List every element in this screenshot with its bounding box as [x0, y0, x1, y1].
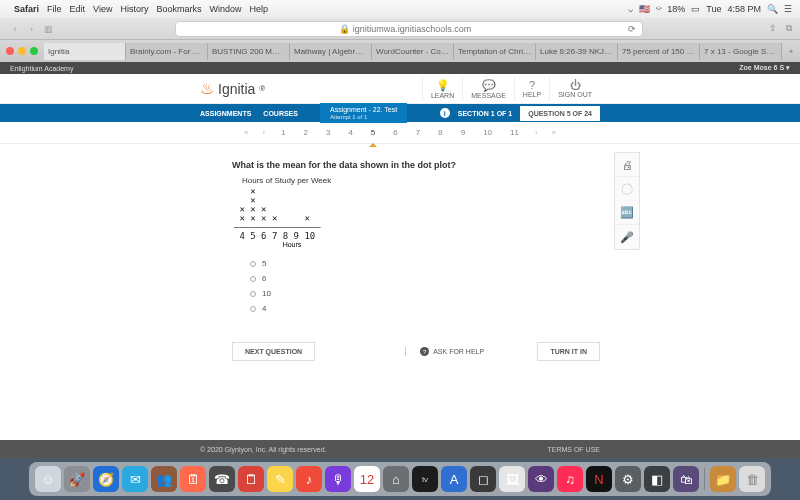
question-number[interactable]: 11 — [508, 124, 521, 141]
nav-prev-icon[interactable]: ‹ — [262, 128, 265, 137]
dock-app[interactable]: 🛍 — [673, 466, 699, 492]
forward-button[interactable]: › — [25, 24, 39, 34]
dock-app[interactable]: N — [586, 466, 612, 492]
dock-app[interactable]: 🗒 — [238, 466, 264, 492]
nav-assignments[interactable]: ASSIGNMENTS — [200, 110, 251, 117]
new-tab-button[interactable]: + — [782, 47, 800, 56]
browser-tab[interactable]: Luke 8:26-39 NKJV -… — [536, 43, 618, 60]
ask-help-button[interactable]: ? ASK FOR HELP — [405, 347, 484, 356]
wifi-icon[interactable]: ⌔ — [656, 4, 661, 14]
dock-app[interactable]: A — [441, 466, 467, 492]
browser-tab[interactable]: 7 x 13 - Google Search — [700, 43, 782, 60]
dock-app[interactable]: ☺ — [35, 466, 61, 492]
clock-time[interactable]: 4:58 PM — [727, 4, 761, 14]
zoom-window-icon[interactable] — [30, 47, 38, 55]
browser-tab[interactable]: WordCounter - Count… — [372, 43, 454, 60]
header-help-button[interactable]: ?HELP — [514, 77, 549, 101]
question-number[interactable]: 10 — [481, 124, 494, 141]
header-message-button[interactable]: 💬MESSAGE — [462, 77, 514, 101]
question-number[interactable]: 3 — [324, 124, 332, 141]
minimize-window-icon[interactable] — [18, 47, 26, 55]
mac-menu-item[interactable]: Help — [249, 4, 268, 14]
question-number[interactable]: 6 — [391, 124, 399, 141]
share-icon[interactable]: ⇪ — [769, 23, 777, 33]
answer-option[interactable]: 4 — [250, 301, 582, 316]
clock-day[interactable]: Tue — [706, 4, 721, 14]
mac-menu-item[interactable]: Bookmarks — [156, 4, 201, 14]
nav-courses[interactable]: COURSES — [263, 110, 298, 117]
answer-option[interactable]: 5 — [250, 256, 582, 271]
dock-app[interactable]: tv — [412, 466, 438, 492]
nav-next-icon[interactable]: › — [535, 128, 538, 137]
header-sign-out-button[interactable]: ⏻SIGN OUT — [549, 77, 600, 101]
address-bar[interactable]: 🔒 ignitiumwa.ignitiaschools.com ⟳ — [175, 21, 643, 37]
nav-last-icon[interactable]: » — [552, 128, 556, 137]
dock-app[interactable]: ⚙ — [615, 466, 641, 492]
question-number[interactable]: 4 — [346, 124, 354, 141]
question-number[interactable]: 7 — [414, 124, 422, 141]
sidebar-button[interactable]: ▥ — [41, 24, 55, 34]
print-icon[interactable]: 🖨 — [615, 153, 639, 177]
dock-app[interactable]: 🚀 — [64, 466, 90, 492]
browser-tab[interactable]: Brainly.com - For stud… — [126, 43, 208, 60]
search-icon[interactable]: 🔍 — [767, 4, 778, 14]
mac-menu-item[interactable]: Edit — [70, 4, 86, 14]
header-learn-button[interactable]: 💡LEARN — [422, 77, 462, 101]
answer-option[interactable]: 10 — [250, 286, 582, 301]
dock-app[interactable]: 👥 — [151, 466, 177, 492]
close-window-icon[interactable] — [6, 47, 14, 55]
mac-menu-item[interactable]: History — [120, 4, 148, 14]
dock-app[interactable]: 🧭 — [93, 466, 119, 492]
assignment-chip[interactable]: Assignment - 22. Test Attempt 1 of 1 — [320, 103, 407, 123]
ignitia-logo[interactable]: ♨ Ignitia® — [200, 79, 265, 98]
question-number[interactable]: 1 — [279, 124, 287, 141]
user-menu[interactable]: Zoe Mose 6 S ▾ — [739, 64, 790, 72]
assignment-sub: Attempt 1 of 1 — [330, 114, 397, 121]
dock-app[interactable]: ☎ — [209, 466, 235, 492]
mac-menu-item[interactable]: Window — [209, 4, 241, 14]
next-question-button[interactable]: NEXT QUESTION — [232, 342, 315, 361]
mic-icon[interactable]: 🎤 — [615, 225, 639, 249]
dock-app[interactable]: 12 — [354, 466, 380, 492]
dock-app[interactable]: ◻ — [470, 466, 496, 492]
battery-icon[interactable]: ▭ — [691, 4, 700, 14]
browser-tab[interactable]: Temptation of Christ -… — [454, 43, 536, 60]
browser-tab[interactable]: 75 percent of 150 - Go… — [618, 43, 700, 60]
info-icon[interactable]: i — [440, 108, 450, 118]
dock-app[interactable]: ◧ — [644, 466, 670, 492]
dock-app[interactable]: 🗑 — [739, 466, 765, 492]
browser-tab[interactable]: Mathway | Algebra Pro… — [290, 43, 372, 60]
tabs-icon[interactable]: ⧉ — [786, 23, 792, 33]
back-button[interactable]: ‹ — [8, 24, 22, 34]
dock-app[interactable]: ✎ — [267, 466, 293, 492]
nav-first-icon[interactable]: « — [244, 128, 248, 137]
dock-app[interactable]: ♪ — [296, 466, 322, 492]
dock-app[interactable]: 👁 — [528, 466, 554, 492]
dock-app[interactable]: 🎙 — [325, 466, 351, 492]
dock-app[interactable]: 🗓 — [180, 466, 206, 492]
terms-link[interactable]: TERMS OF USE — [547, 446, 600, 453]
answer-option[interactable]: 6 — [250, 271, 582, 286]
mac-menu-item[interactable]: View — [93, 4, 112, 14]
browser-tab[interactable]: Ignitia — [44, 43, 126, 60]
dock-app[interactable]: 🖼 — [499, 466, 525, 492]
battery-percent: 18% — [667, 4, 685, 14]
menu-icon[interactable]: ☰ — [784, 4, 792, 14]
app-name[interactable]: Safari — [14, 4, 39, 14]
browser-tab[interactable]: BUSTING 200 MYTHS… — [208, 43, 290, 60]
question-number[interactable]: 5 — [369, 124, 377, 141]
bluetooth-icon[interactable]: ⌵ — [628, 4, 633, 14]
question-number[interactable]: 9 — [459, 124, 467, 141]
translate-icon[interactable]: 🔤 — [615, 201, 639, 225]
dock-app[interactable]: ✉ — [122, 466, 148, 492]
question-number[interactable]: 2 — [302, 124, 310, 141]
mac-menu-item[interactable]: File — [47, 4, 62, 14]
dock-app[interactable]: ⌂ — [383, 466, 409, 492]
flag-icon[interactable]: 🇺🇸 — [639, 4, 650, 14]
dock-app[interactable]: 📁 — [710, 466, 736, 492]
address-text: ignitiumwa.ignitiaschools.com — [353, 24, 472, 34]
question-number[interactable]: 8 — [436, 124, 444, 141]
dock-app[interactable]: ♫ — [557, 466, 583, 492]
reload-icon[interactable]: ⟳ — [628, 24, 636, 34]
turn-in-button[interactable]: TURN IT IN — [537, 342, 600, 361]
